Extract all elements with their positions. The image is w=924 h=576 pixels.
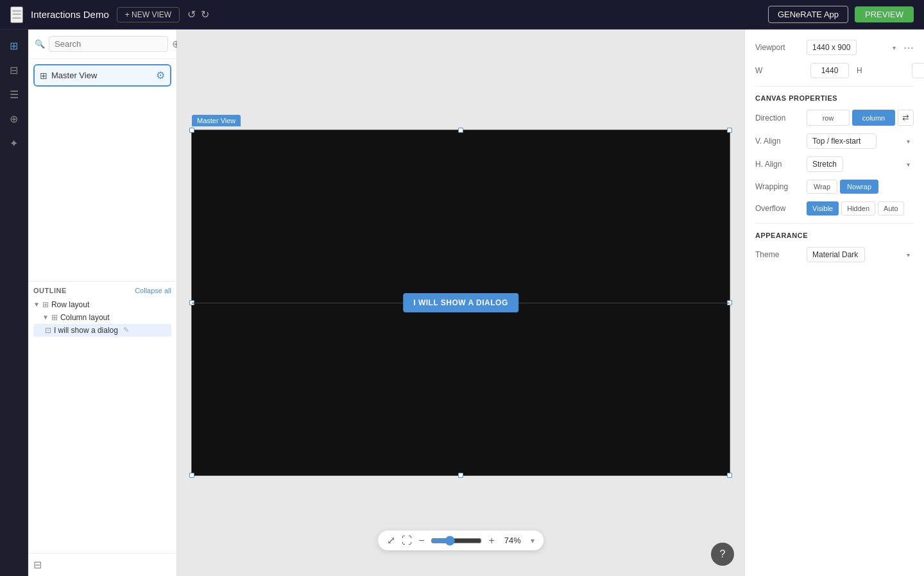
overflow-auto-button[interactable]: Auto: [878, 201, 904, 216]
width-input[interactable]: [810, 63, 849, 78]
help-button[interactable]: ?: [711, 543, 734, 566]
topbar-right: GENeRATE App PREVIEW: [768, 6, 914, 23]
halign-row: H. Align Stretch Left Center Right: [755, 157, 914, 172]
viewport-row: Viewport 1440 x 900 1280 x 800 375 x 812…: [755, 40, 914, 55]
redo-button[interactable]: ↻: [201, 8, 209, 21]
nowrap-button[interactable]: Nowrap: [840, 180, 878, 194]
zoom-in-button[interactable]: +: [489, 535, 495, 546]
icon-bar-grid-button[interactable]: ⊞: [3, 35, 25, 56]
zoom-slider[interactable]: [431, 536, 483, 546]
dialog-item-label: I will show a dialog: [54, 326, 118, 335]
menu-icon-button[interactable]: ☰: [10, 6, 23, 23]
outline-column-layout[interactable]: ▼ ⊞ Column layout: [33, 311, 171, 324]
overflow-row: Overflow Visible Hidden Auto: [755, 201, 914, 216]
outline-header: OUTLINE Collapse all: [33, 287, 171, 294]
overflow-btn-group: Visible Hidden Auto: [807, 201, 914, 216]
collapse-all-button[interactable]: Collapse all: [135, 287, 171, 294]
topbar-left: ☰ Interactions Demo + NEW VIEW ↺ ↻: [10, 6, 209, 23]
valign-label: V. Align: [755, 137, 807, 146]
app-title: Interactions Demo: [31, 9, 109, 20]
theme-select-wrapper: Material Dark Material Light Default: [807, 247, 914, 262]
chevron-down-icon: ▼: [33, 301, 40, 308]
zoom-level-display: 74%: [501, 536, 524, 545]
view-settings-button[interactable]: ⚙: [156, 69, 165, 81]
dialog-item-icon: ⊡: [45, 326, 51, 335]
outline-row-layout[interactable]: ▼ ⊞ Row layout: [33, 298, 171, 311]
wrapping-row: Wrapping Wrap Nowrap: [755, 180, 914, 194]
height-input[interactable]: [912, 63, 924, 78]
valign-select[interactable]: Top / flex-start Center Bottom / flex-en…: [807, 133, 877, 149]
row-layout-label: Row layout: [51, 300, 89, 309]
appearance-title: APPEARANCE: [755, 223, 914, 239]
width-label: W: [755, 66, 807, 75]
icon-bar-settings-button[interactable]: ✦: [3, 132, 25, 154]
outline-dialog-item[interactable]: ▼ ⊡ I will show a dialog ✎: [33, 324, 171, 337]
height-label: H: [857, 66, 908, 75]
zoom-out-button[interactable]: −: [418, 535, 424, 546]
wrapping-label: Wrapping: [755, 182, 807, 191]
view-item-label: Master View: [51, 71, 97, 80]
handle-bottom-right[interactable]: [727, 473, 732, 478]
view-item-icon: ⊞: [40, 71, 47, 81]
halign-label: H. Align: [755, 160, 807, 169]
layers-bottom-button[interactable]: ⊟: [33, 559, 42, 571]
handle-bottom-left[interactable]: [189, 473, 194, 478]
height-item: H: [857, 63, 924, 78]
halign-select-wrapper: Stretch Left Center Right: [807, 157, 914, 172]
wrap-button[interactable]: Wrap: [807, 180, 837, 194]
viewport-label: Viewport: [755, 43, 807, 52]
search-input[interactable]: [49, 36, 168, 52]
fit-zoom-button[interactable]: ⤢: [387, 534, 395, 546]
wh-row: W H: [755, 63, 914, 78]
icon-bar: ⊞ ⊟ ☰ ⊕ ✦: [0, 30, 28, 576]
overflow-visible-button[interactable]: Visible: [807, 201, 839, 216]
master-view-item[interactable]: ⊞ Master View ⚙: [33, 64, 171, 87]
halign-select[interactable]: Stretch Left Center Right: [807, 157, 843, 172]
topbar-history-icons: ↺ ↻: [187, 8, 209, 21]
width-item: W: [755, 63, 849, 78]
canvas-area: Master View I WILL SHOW A DIALOG ⤢ ⛶ − +…: [177, 30, 744, 576]
direction-swap-button[interactable]: ⇄: [898, 110, 914, 126]
valign-row: V. Align Top / flex-start Center Bottom …: [755, 133, 914, 149]
viewport-select[interactable]: 1440 x 900 1280 x 800 375 x 812: [807, 40, 857, 55]
icon-bar-assets-button[interactable]: ⊕: [3, 108, 25, 130]
icon-bar-components-button[interactable]: ☰: [3, 83, 25, 105]
wrapping-btn-group: Wrap Nowrap: [807, 180, 914, 194]
direction-row-button[interactable]: row: [807, 110, 850, 126]
generate-app-button[interactable]: GENeRATE App: [768, 6, 848, 23]
theme-select[interactable]: Material Dark Material Light Default: [807, 247, 865, 262]
left-panel: 🔍 ⊕ ⊞ Master View ⚙ OUTLINE Collapse all: [28, 30, 177, 576]
handle-top[interactable]: [458, 128, 463, 133]
outline-section: OUTLINE Collapse all ▼ ⊞ Row layout ▼ ⊞ …: [28, 281, 176, 342]
valign-select-wrapper: Top / flex-start Center Bottom / flex-en…: [807, 133, 914, 149]
new-view-button[interactable]: + NEW VIEW: [117, 7, 180, 22]
chevron-down-icon: ▼: [42, 314, 49, 321]
right-panel: Viewport 1440 x 900 1280 x 800 375 x 812…: [744, 30, 924, 576]
outline-title: OUTLINE: [33, 287, 67, 294]
icon-bar-layers-button[interactable]: ⊟: [3, 59, 25, 81]
theme-label: Theme: [755, 250, 807, 259]
handle-bottom[interactable]: [458, 473, 463, 478]
undo-button[interactable]: ↺: [187, 8, 196, 21]
fullscreen-zoom-button[interactable]: ⛶: [402, 535, 412, 546]
topbar: ☰ Interactions Demo + NEW VIEW ↺ ↻ GENeR…: [0, 0, 924, 30]
preview-button[interactable]: PREVIEW: [855, 6, 914, 22]
canvas-frame: Master View I WILL SHOW A DIALOG: [191, 130, 730, 476]
handle-top-right[interactable]: [727, 128, 732, 133]
zoom-bar: ⤢ ⛶ − + 74% ▾: [378, 530, 543, 550]
viewport-more-button[interactable]: ⋯: [903, 42, 914, 54]
dialog-button[interactable]: I WILL SHOW A DIALOG: [403, 293, 518, 312]
handle-top-left[interactable]: [189, 128, 194, 133]
views-list: ⊞ Master View ⚙: [28, 59, 176, 281]
direction-btn-group: row column ⇄: [807, 110, 914, 126]
search-bar: 🔍 ⊕: [28, 30, 176, 59]
column-layout-label: Column layout: [60, 313, 110, 322]
main-layout: ⊞ ⊟ ☰ ⊕ ✦ 🔍 ⊕ ⊞ Master View ⚙ OUTLINE Co: [0, 30, 924, 576]
direction-row: Direction row column ⇄: [755, 110, 914, 126]
canvas-label: Master View: [192, 115, 241, 126]
viewport-select-wrapper: 1440 x 900 1280 x 800 375 x 812: [807, 40, 900, 55]
theme-row: Theme Material Dark Material Light Defau…: [755, 247, 914, 262]
column-layout-icon: ⊞: [51, 313, 58, 322]
overflow-hidden-button[interactable]: Hidden: [841, 201, 875, 216]
direction-column-button[interactable]: column: [852, 110, 895, 126]
